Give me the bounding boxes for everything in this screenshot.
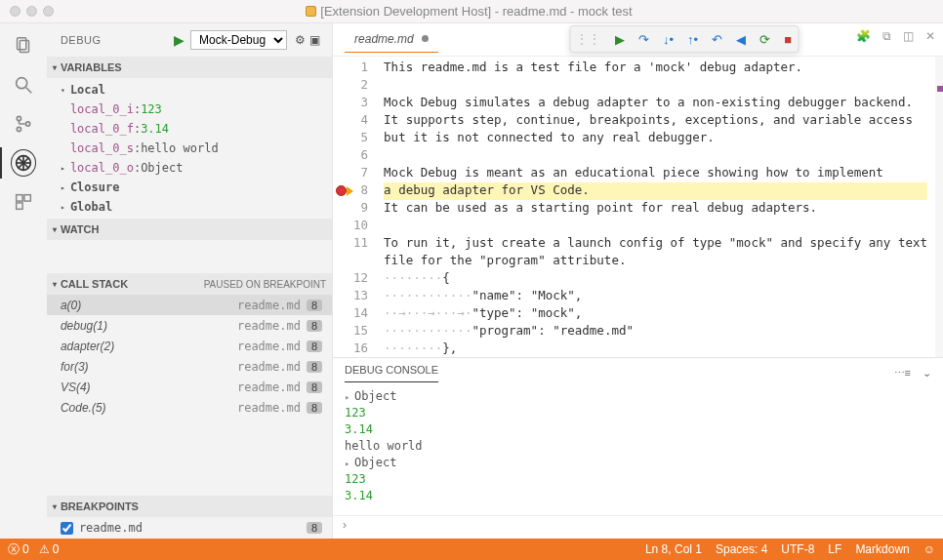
console-entry[interactable]: 3.14 <box>345 489 931 505</box>
close-editor-icon[interactable]: ✕ <box>925 29 935 43</box>
callstack-header[interactable]: ▾Call StackPAUSED ON BREAKPOINT <box>47 273 332 295</box>
status-indent[interactable]: Spaces: 4 <box>716 542 767 556</box>
zoom-window-icon[interactable] <box>43 6 54 17</box>
svg-point-6 <box>25 122 29 126</box>
status-lncol[interactable]: Ln 8, Col 1 <box>645 542 702 556</box>
toggle-console-icon[interactable]: ▣ <box>308 31 322 49</box>
step-back-icon[interactable]: ↶ <box>712 32 722 47</box>
debug-console-body[interactable]: ▸Object1233.14hello world▸Object1233.14 <box>333 387 943 515</box>
breakpoint-checkbox[interactable] <box>61 522 73 535</box>
debug-toolbar[interactable]: ⋮⋮ ▶ ↷ ↓• ↑• ↶ ◀ ⟳ ■ <box>569 25 799 53</box>
minimize-window-icon[interactable] <box>26 6 37 17</box>
svg-rect-1 <box>20 41 28 53</box>
dirty-indicator-icon <box>422 35 429 42</box>
step-out-icon[interactable]: ↑• <box>687 32 698 47</box>
status-errors[interactable]: ⓧ 0 <box>8 541 29 558</box>
stack-frame[interactable]: Code.(5)readme.md8 <box>47 397 332 418</box>
svg-rect-13 <box>24 195 30 201</box>
variable-row[interactable]: local_0_s: hello world <box>47 139 332 158</box>
variable-row[interactable]: local_0_f: 3.14 <box>47 119 332 139</box>
editor-group: readme.md ⋮⋮ ▶ ↷ ↓• ↑• ↶ ◀ ⟳ ■ 🧩 ⧉ ◫ ✕ 1… <box>333 23 943 539</box>
feedback-icon[interactable]: ☺ <box>923 542 935 556</box>
step-over-icon[interactable]: ↷ <box>638 32 649 47</box>
explorer-icon[interactable] <box>11 33 36 59</box>
status-warnings[interactable]: ⚠ 0 <box>39 542 60 556</box>
stack-frame[interactable]: adapter(2)readme.md8 <box>47 336 332 356</box>
status-eol[interactable]: LF <box>828 542 841 556</box>
stack-frame[interactable]: a(0)readme.md8 <box>47 295 332 315</box>
stop-icon[interactable]: ■ <box>784 32 792 47</box>
debug-console-panel: DEBUG CONSOLE ⋯≡ ⌄ ▸Object1233.14hello w… <box>333 357 943 539</box>
svg-point-2 <box>17 78 27 89</box>
reverse-icon[interactable]: ◀ <box>736 32 746 47</box>
variables-tree: ▾Local local_0_i: 123local_0_f: 3.14loca… <box>47 78 332 219</box>
activity-bar <box>0 23 47 539</box>
editor-action-icons: 🧩 ⧉ ◫ ✕ <box>856 29 935 43</box>
status-language[interactable]: Markdown <box>855 542 909 556</box>
svg-line-3 <box>26 88 32 94</box>
breakpoints-glyph-icon[interactable]: 🧩 <box>856 29 871 43</box>
tab-readme[interactable]: readme.md <box>345 26 438 53</box>
breakpoints-header[interactable]: ▾Breakpoints <box>47 496 332 517</box>
scope-local[interactable]: ▾Local <box>47 80 332 100</box>
source-control-icon[interactable] <box>11 111 36 137</box>
gear-icon[interactable]: ⚙ <box>293 31 308 49</box>
console-entry[interactable]: ▸Object <box>345 456 931 472</box>
search-icon[interactable] <box>11 72 36 98</box>
console-entry[interactable]: hello world <box>345 439 931 456</box>
variables-header[interactable]: ▾Variables <box>47 57 332 78</box>
line-gutter[interactable]: 12345678910111213141516 <box>333 57 376 357</box>
panel-chevron-icon[interactable]: ⌄ <box>922 367 931 380</box>
step-into-icon[interactable]: ↓• <box>663 32 674 47</box>
launch-config-select[interactable]: Mock-Debug <box>190 30 287 50</box>
console-entry[interactable]: 123 <box>345 472 931 489</box>
watch-body[interactable] <box>47 240 332 273</box>
debug-icon[interactable] <box>11 150 36 176</box>
extensions-icon[interactable] <box>11 189 36 215</box>
filter-icon[interactable]: ⋯≡ <box>894 367 911 380</box>
execution-pointer-icon <box>347 186 353 196</box>
breakpoint-row[interactable]: readme.md8 <box>47 517 332 539</box>
titlebar: [Extension Development Host] - readme.md… <box>0 0 943 23</box>
callstack-body: a(0)readme.md8debug(1)readme.md8adapter(… <box>47 295 332 418</box>
variable-row[interactable]: local_0_i: 123 <box>47 100 332 119</box>
debug-label: DEBUG <box>61 34 102 46</box>
text-editor[interactable]: 12345678910111213141516 This readme.md i… <box>333 57 943 357</box>
svg-rect-12 <box>17 195 22 201</box>
watch-header[interactable]: ▾Watch <box>47 219 332 240</box>
breakpoints-body: readme.md8 <box>47 517 332 539</box>
panel-tab-debug-console[interactable]: DEBUG CONSOLE <box>345 364 438 382</box>
svg-rect-14 <box>17 203 22 209</box>
stack-frame[interactable]: debug(1)readme.md8 <box>47 315 332 336</box>
split-editor-icon[interactable]: ◫ <box>903 29 914 43</box>
console-entry[interactable]: ▸Object <box>345 389 931 406</box>
stack-frame[interactable]: for(3)readme.md8 <box>47 356 332 377</box>
restart-icon[interactable]: ⟳ <box>759 32 770 47</box>
window-controls <box>0 6 54 17</box>
app-icon <box>306 6 316 17</box>
code-area[interactable]: This readme.md is a test file for a 'moc… <box>376 57 935 357</box>
overview-ruler[interactable] <box>935 57 943 357</box>
ruler-mark-icon <box>937 86 943 92</box>
close-window-icon[interactable] <box>10 6 20 17</box>
stack-frame[interactable]: VS(4)readme.md8 <box>47 377 332 397</box>
continue-icon[interactable]: ▶ <box>615 32 625 47</box>
window-title: [Extension Development Host] - readme.md… <box>54 4 884 19</box>
drag-handle-icon[interactable]: ⋮⋮ <box>576 32 601 46</box>
variable-row[interactable]: ▸local_0_o: Object <box>47 158 332 178</box>
debug-header: DEBUG ▶ Mock-Debug ⚙ ▣ <box>47 23 332 57</box>
start-debug-icon[interactable]: ▶ <box>174 32 184 48</box>
status-encoding[interactable]: UTF-8 <box>781 542 814 556</box>
scope-global[interactable]: ▸Global <box>47 197 332 217</box>
console-entry[interactable]: 123 <box>345 406 931 422</box>
console-entry[interactable]: 3.14 <box>345 422 931 439</box>
status-bar: ⓧ 0 ⚠ 0 Ln 8, Col 1 Spaces: 4 UTF-8 LF M… <box>0 539 943 560</box>
svg-point-4 <box>17 116 20 120</box>
callstack-status: PAUSED ON BREAKPOINT <box>204 279 326 290</box>
diff-icon[interactable]: ⧉ <box>882 29 891 43</box>
editor-tabs: readme.md ⋮⋮ ▶ ↷ ↓• ↑• ↶ ◀ ⟳ ■ 🧩 ⧉ ◫ ✕ <box>333 23 943 57</box>
svg-rect-0 <box>18 38 26 50</box>
debug-console-input[interactable]: › <box>333 515 943 539</box>
debug-sidebar: DEBUG ▶ Mock-Debug ⚙ ▣ ▾Variables ▾Local… <box>47 23 333 539</box>
scope-closure[interactable]: ▸Closure <box>47 178 332 197</box>
